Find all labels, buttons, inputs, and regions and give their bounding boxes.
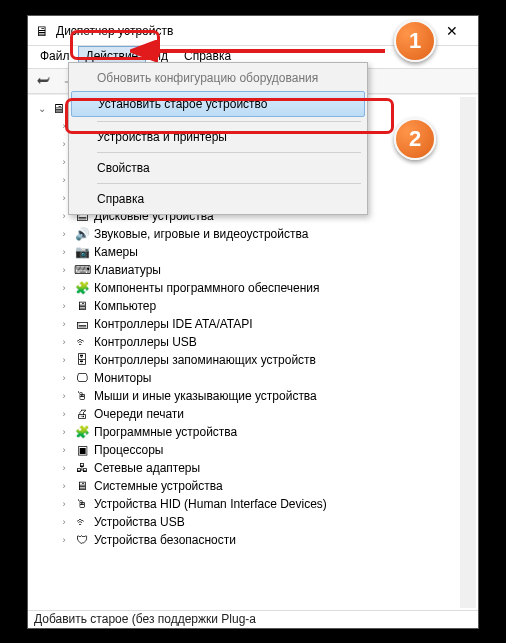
- close-button[interactable]: ✕: [432, 17, 472, 45]
- hid-icon: 🖱: [74, 497, 90, 511]
- tree-node-label: Контроллеры USB: [94, 335, 197, 349]
- tree-node-label: Клавиатуры: [94, 263, 161, 277]
- expand-icon[interactable]: ›: [58, 229, 70, 239]
- expand-icon[interactable]: ›: [58, 319, 70, 329]
- expand-icon[interactable]: ›: [58, 373, 70, 383]
- tree-node-label: Контроллеры IDE ATA/ATAPI: [94, 317, 253, 331]
- expand-icon[interactable]: ›: [58, 409, 70, 419]
- dd-refresh[interactable]: Обновить конфигурацию оборудования: [71, 66, 365, 90]
- action-dropdown: Обновить конфигурацию оборудования Устан…: [68, 62, 368, 215]
- tree-node[interactable]: ›▣Процессоры: [58, 441, 470, 459]
- mem-icon: 🗄: [74, 353, 90, 367]
- usb2-icon: ᯤ: [74, 515, 90, 529]
- dd-properties[interactable]: Свойства: [71, 156, 365, 180]
- pc-icon: 🖥: [52, 101, 68, 116]
- expand-icon[interactable]: ›: [58, 517, 70, 527]
- dd-separator: [97, 183, 361, 184]
- mouse-icon: 🖱: [74, 389, 90, 403]
- tree-node[interactable]: ›🖥Системные устройства: [58, 477, 470, 495]
- ide2-icon: 🖴: [74, 317, 90, 331]
- tree-node[interactable]: ›🗄Контроллеры запоминающих устройств: [58, 351, 470, 369]
- tree-node-label: Компьютер: [94, 299, 156, 313]
- scrollbar[interactable]: [460, 97, 476, 608]
- callout-1: 1: [394, 20, 436, 62]
- tree-node-label: Программные устройства: [94, 425, 237, 439]
- tree-node-label: Мыши и иные указывающие устройства: [94, 389, 317, 403]
- tree-node-label: Устройства USB: [94, 515, 185, 529]
- app-icon: 🖥: [34, 23, 50, 39]
- expand-icon[interactable]: ›: [58, 535, 70, 545]
- tree-node[interactable]: ›🖵Мониторы: [58, 369, 470, 387]
- camera-icon: 📷: [74, 245, 90, 259]
- dd-separator: [97, 121, 361, 122]
- nav-back-button[interactable]: ⮨: [32, 71, 54, 91]
- tree-node-label: Камеры: [94, 245, 138, 259]
- expand-icon[interactable]: ›: [58, 499, 70, 509]
- tree-node[interactable]: ›📷Камеры: [58, 243, 470, 261]
- tree-node[interactable]: ›⌨Клавиатуры: [58, 261, 470, 279]
- expand-icon[interactable]: ›: [58, 265, 70, 275]
- fw-icon: 🧩: [74, 425, 90, 439]
- annotation-arrow: [130, 40, 390, 62]
- tree-node[interactable]: ›🛡Устройства безопасности: [58, 531, 470, 549]
- tree-node-label: Компоненты программного обеспечения: [94, 281, 320, 295]
- net-icon: 🖧: [74, 461, 90, 475]
- tree-node-label: Контроллеры запоминающих устройств: [94, 353, 316, 367]
- tree-node-label: Устройства HID (Human Interface Devices): [94, 497, 327, 511]
- expand-icon[interactable]: ›: [58, 355, 70, 365]
- dd-add-legacy[interactable]: Установить старое устройство: [71, 91, 365, 117]
- tree-node[interactable]: ›🖥Компьютер: [58, 297, 470, 315]
- sw-icon: 🧩: [74, 281, 90, 295]
- tree-node[interactable]: ›ᯤУстройства USB: [58, 513, 470, 531]
- callout-2: 2: [394, 118, 436, 160]
- cpu-icon: ▣: [74, 443, 90, 457]
- expand-icon[interactable]: ›: [58, 301, 70, 311]
- collapse-icon[interactable]: ⌄: [36, 103, 48, 114]
- tree-node[interactable]: ›🖱Мыши и иные указывающие устройства: [58, 387, 470, 405]
- kb-icon: ⌨: [74, 263, 90, 277]
- pc-icon: 🖥: [74, 299, 90, 313]
- tree-node[interactable]: ›🔊Звуковые, игровые и видеоустройства: [58, 225, 470, 243]
- tree-node-label: Звуковые, игровые и видеоустройства: [94, 227, 308, 241]
- tree-node[interactable]: ›🧩Программные устройства: [58, 423, 470, 441]
- audio-icon: 🔊: [74, 227, 90, 241]
- tree-node-label: Процессоры: [94, 443, 164, 457]
- expand-icon[interactable]: ›: [58, 427, 70, 437]
- window-title: Диспетчер устройств: [56, 24, 432, 38]
- tree-node-label: Устройства безопасности: [94, 533, 236, 547]
- tree-node[interactable]: ›ᯤКонтроллеры USB: [58, 333, 470, 351]
- dd-devices-printers[interactable]: Устройства и принтеры: [71, 125, 365, 149]
- tree-node[interactable]: ›🖨Очереди печати: [58, 405, 470, 423]
- mon-icon: 🖵: [74, 371, 90, 385]
- tree-node-label: Очереди печати: [94, 407, 184, 421]
- expand-icon[interactable]: ›: [58, 337, 70, 347]
- tree-node[interactable]: ›🖴Контроллеры IDE ATA/ATAPI: [58, 315, 470, 333]
- print-icon: 🖨: [74, 407, 90, 421]
- tree-node-label: Сетевые адаптеры: [94, 461, 200, 475]
- expand-icon[interactable]: ›: [58, 463, 70, 473]
- tree-node-label: Системные устройства: [94, 479, 223, 493]
- dd-separator: [97, 152, 361, 153]
- expand-icon[interactable]: ›: [58, 247, 70, 257]
- expand-icon[interactable]: ›: [58, 445, 70, 455]
- sys-icon: 🖥: [74, 479, 90, 493]
- tree-node[interactable]: ›🖱Устройства HID (Human Interface Device…: [58, 495, 470, 513]
- expand-icon[interactable]: ›: [58, 481, 70, 491]
- sec-icon: 🛡: [74, 533, 90, 547]
- expand-icon[interactable]: ›: [58, 283, 70, 293]
- status-bar: Добавить старое (без поддержки Plug-a: [28, 610, 478, 628]
- expand-icon[interactable]: ›: [58, 391, 70, 401]
- dd-help[interactable]: Справка: [71, 187, 365, 211]
- tree-node[interactable]: ›🧩Компоненты программного обеспечения: [58, 279, 470, 297]
- tree-node-label: Мониторы: [94, 371, 151, 385]
- tree-node[interactable]: ›🖧Сетевые адаптеры: [58, 459, 470, 477]
- usb-icon: ᯤ: [74, 335, 90, 349]
